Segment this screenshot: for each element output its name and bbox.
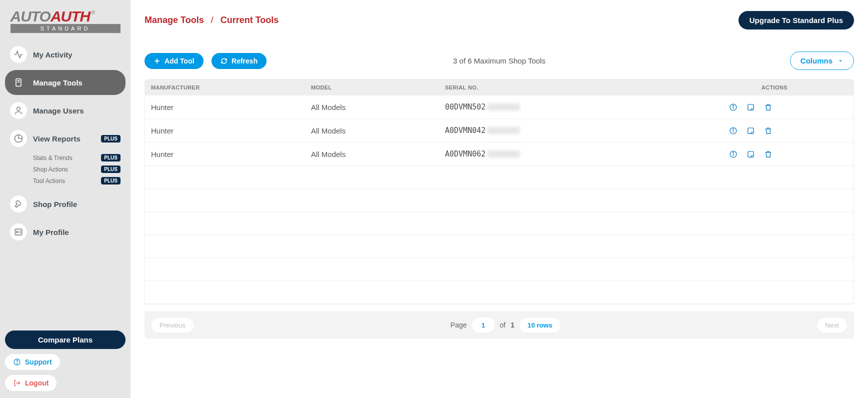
table-header-row: MANUFACTURER MODEL SERIAL NO. ACTIONS (145, 80, 854, 96)
table-row-empty (145, 235, 854, 258)
reports-subnav: Stats & Trends PLUS Shop Actions PLUS To… (28, 153, 126, 186)
trash-icon[interactable] (764, 150, 772, 158)
next-page-button[interactable]: Next (818, 318, 847, 332)
cell-serial: A0DVMN062 (445, 150, 647, 158)
subnav-label: Shop Actions (33, 166, 68, 173)
trash-icon[interactable] (764, 103, 772, 112)
refresh-icon (220, 58, 228, 64)
svg-point-20 (733, 128, 734, 129)
trash-icon[interactable] (764, 126, 772, 135)
toolbar: Add Tool Refresh 3 of 6 Maximum Shop Too… (144, 52, 854, 70)
plus-badge: PLUS (101, 135, 120, 142)
reports-icon (10, 130, 27, 147)
sidebar-item-label: View Reports (33, 134, 80, 143)
columns-label: Columns (800, 56, 832, 65)
table-row-empty (145, 212, 854, 235)
cell-model: All Models (311, 150, 445, 158)
sidebar-item-my-profile[interactable]: My Profile (5, 220, 126, 244)
sidebar-item-label: Shop Profile (33, 200, 77, 208)
breadcrumb: Manage Tools / Current Tools (144, 15, 278, 26)
top-bar: Manage Tools / Current Tools Upgrade To … (144, 11, 854, 30)
subnav-shop-actions[interactable]: Shop Actions PLUS (28, 164, 126, 174)
th-actions: ACTIONS (647, 84, 848, 90)
info-icon[interactable] (729, 126, 738, 135)
upgrade-button[interactable]: Upgrade To Standard Plus (738, 11, 854, 30)
serial-prefix: A0DVMN042 (445, 126, 486, 135)
compare-plans-button[interactable]: Compare Plans (5, 330, 126, 349)
page-input[interactable] (472, 318, 495, 332)
sidebar-item-view-reports[interactable]: View Reports PLUS (5, 126, 126, 151)
columns-button[interactable]: Columns (790, 52, 854, 70)
help-icon (13, 358, 21, 366)
table-row-empty (145, 166, 854, 189)
cell-model: All Models (311, 126, 445, 135)
caret-down-icon (838, 58, 844, 64)
svg-rect-25 (748, 151, 754, 156)
sidebar-item-manage-users[interactable]: Manage Users (5, 98, 126, 123)
brand-name-a: AUTO (10, 8, 50, 25)
plus-badge: PLUS (101, 177, 120, 184)
plus-icon (154, 58, 160, 64)
of-label: of (500, 321, 506, 329)
profile-icon (10, 224, 27, 240)
support-button[interactable]: Support (5, 354, 60, 370)
svg-point-16 (733, 105, 734, 106)
breadcrumb-separator: / (211, 15, 214, 26)
refresh-button[interactable]: Refresh (212, 53, 266, 69)
table-row-empty (145, 189, 854, 212)
cell-actions (647, 103, 848, 112)
sidebar-item-label: My Profile (33, 228, 69, 236)
note-icon[interactable] (746, 150, 755, 158)
cell-model: All Models (311, 103, 445, 112)
main-content: Manage Tools / Current Tools Upgrade To … (130, 0, 868, 398)
sidebar-item-manage-tools[interactable]: Manage Tools (5, 70, 126, 95)
sidebar-bottom: Compare Plans Support Logout (5, 330, 126, 391)
brand-logo: AUTOAUTH® STANDARD (10, 8, 120, 33)
subnav-label: Tool Actions (33, 178, 65, 184)
serial-prefix: 00DVMN502 (445, 102, 486, 112)
note-icon[interactable] (746, 126, 755, 135)
logout-label: Logout (25, 379, 48, 387)
rows-per-page-button[interactable]: 10 rows (520, 318, 560, 332)
svg-point-6 (16, 231, 18, 232)
page-label: Page (450, 321, 467, 329)
th-manufacturer[interactable]: MANUFACTURER (151, 84, 311, 90)
cell-actions (647, 126, 848, 135)
sidebar-item-shop-profile[interactable]: Shop Profile (5, 192, 126, 216)
plus-badge: PLUS (101, 154, 120, 162)
th-serial[interactable]: SERIAL NO. (445, 84, 647, 90)
support-label: Support (25, 358, 52, 366)
sidebar-item-my-activity[interactable]: My Activity (5, 42, 126, 67)
info-icon[interactable] (729, 150, 738, 158)
breadcrumb-root[interactable]: Manage Tools (144, 15, 204, 26)
subnav-stats-trends[interactable]: Stats & Trends PLUS (28, 153, 126, 162)
table-row-empty (145, 281, 854, 304)
table-row-empty (145, 258, 854, 281)
serial-prefix: A0DVMN062 (445, 150, 486, 158)
sidebar-item-label: Manage Users (33, 106, 84, 115)
cell-manufacturer: Hunter (151, 150, 311, 158)
tools-icon (10, 74, 27, 91)
brand-name-b: AUTH (50, 8, 90, 25)
info-icon[interactable] (729, 103, 738, 112)
svg-rect-21 (748, 128, 754, 133)
tools-table: MANUFACTURER MODEL SERIAL NO. ACTIONS Hu… (144, 79, 854, 304)
serial-redacted (488, 150, 520, 158)
subnav-tool-actions[interactable]: Tool Actions PLUS (28, 176, 126, 186)
add-tool-label: Add Tool (164, 57, 194, 65)
svg-point-3 (17, 107, 20, 110)
th-model[interactable]: MODEL (311, 84, 445, 90)
tool-count-text: 3 of 6 Maximum Shop Tools (453, 56, 546, 65)
prev-page-button[interactable]: Previous (152, 318, 194, 332)
logout-button[interactable]: Logout (5, 375, 56, 391)
cell-actions (647, 150, 848, 158)
add-tool-button[interactable]: Add Tool (144, 53, 204, 69)
cell-manufacturer: Hunter (151, 126, 311, 135)
activity-icon (10, 46, 27, 63)
cell-serial: A0DVMN042 (445, 126, 647, 135)
pagination-center: Page of 1 10 rows (450, 318, 560, 332)
note-icon[interactable] (746, 103, 755, 112)
logout-icon (13, 379, 21, 387)
sidebar: AUTOAUTH® STANDARD My Activity Manage To… (0, 0, 130, 398)
svg-point-24 (733, 152, 734, 152)
